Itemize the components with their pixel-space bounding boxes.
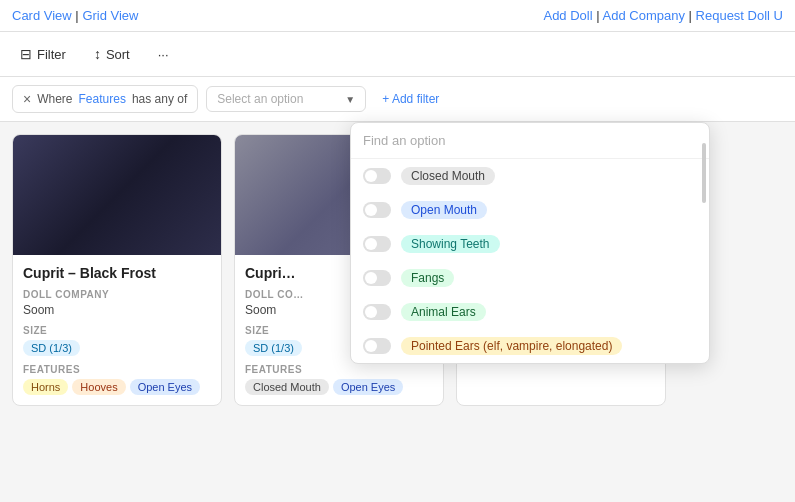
- chevron-down-icon: ▼: [345, 94, 355, 105]
- option-label-0: Closed Mouth: [401, 167, 495, 185]
- filter-tag: × Where Features has any of: [12, 85, 198, 113]
- dropdown-options: Closed Mouth Open Mouth Showing Teeth Fa…: [351, 159, 709, 363]
- dropdown-option[interactable]: Pointed Ears (elf, vampire, elongated): [351, 329, 709, 363]
- option-toggle-2[interactable]: [363, 236, 391, 252]
- nav-sep2: |: [689, 8, 692, 23]
- dropdown-option[interactable]: Closed Mouth: [351, 159, 709, 193]
- feature-tag: Hooves: [72, 379, 125, 395]
- card[interactable]: Cuprit – Black Frost DOLL COMPANY Soom S…: [12, 134, 222, 406]
- dropdown-option[interactable]: Fangs: [351, 261, 709, 295]
- filter-bar: × Where Features has any of Select an op…: [0, 77, 795, 122]
- has-any-of-label: has any of: [132, 92, 187, 106]
- features-label: FEATURES: [23, 364, 211, 375]
- features-label: FEATURES: [245, 364, 433, 375]
- option-toggle-4[interactable]: [363, 304, 391, 320]
- dropdown-option[interactable]: Open Mouth: [351, 193, 709, 227]
- company-value: Soom: [23, 303, 211, 317]
- top-nav-left: Card View | Grid View: [12, 8, 139, 23]
- option-label-3: Fangs: [401, 269, 454, 287]
- top-nav-right: Add Doll | Add Company | Request Doll U: [543, 8, 783, 23]
- feature-tag: Horns: [23, 379, 68, 395]
- card-image: [13, 135, 221, 255]
- dropdown-panel: Closed Mouth Open Mouth Showing Teeth Fa…: [350, 122, 710, 364]
- add-filter-label: + Add filter: [382, 92, 439, 106]
- size-tags: SD (1/3): [23, 340, 211, 356]
- option-toggle-0[interactable]: [363, 168, 391, 184]
- filter-close-button[interactable]: ×: [23, 91, 31, 107]
- add-company-link[interactable]: Add Company: [603, 8, 685, 23]
- filter-icon: ⊟: [20, 46, 32, 62]
- scrollbar[interactable]: [702, 143, 706, 203]
- sort-button[interactable]: ↕ Sort: [86, 42, 138, 66]
- size-tag: SD (1/3): [245, 340, 302, 356]
- company-label: DOLL COMPANY: [23, 289, 211, 300]
- nav-sep1: |: [596, 8, 599, 23]
- top-nav: Card View | Grid View Add Doll | Add Com…: [0, 0, 795, 32]
- option-label-4: Animal Ears: [401, 303, 486, 321]
- feature-tag: Closed Mouth: [245, 379, 329, 395]
- dropdown-option[interactable]: Showing Teeth: [351, 227, 709, 261]
- option-toggle-1[interactable]: [363, 202, 391, 218]
- where-label: Where: [37, 92, 72, 106]
- option-label-1: Open Mouth: [401, 201, 487, 219]
- nav-separator: |: [75, 8, 78, 23]
- sort-icon: ↕: [94, 46, 101, 62]
- dropdown-search: [351, 123, 709, 159]
- feature-tag: Open Eyes: [333, 379, 403, 395]
- features-select[interactable]: Features: [79, 92, 126, 106]
- features-tags: HornsHoovesOpen Eyes: [23, 379, 211, 395]
- sort-label: Sort: [106, 47, 130, 62]
- request-doll-link[interactable]: Request Doll U: [696, 8, 783, 23]
- card-view-link[interactable]: Card View: [12, 8, 72, 23]
- option-label-5: Pointed Ears (elf, vampire, elongated): [401, 337, 622, 355]
- features-tags: Closed MouthOpen Eyes: [245, 379, 433, 395]
- select-option-trigger[interactable]: Select an option ▼: [206, 86, 366, 112]
- feature-tag: Open Eyes: [130, 379, 200, 395]
- add-doll-link[interactable]: Add Doll: [543, 8, 592, 23]
- option-toggle-5[interactable]: [363, 338, 391, 354]
- add-filter-button[interactable]: + Add filter: [374, 87, 447, 111]
- size-tag: SD (1/3): [23, 340, 80, 356]
- option-toggle-3[interactable]: [363, 270, 391, 286]
- filter-button[interactable]: ⊟ Filter: [12, 42, 74, 66]
- select-placeholder: Select an option: [217, 92, 339, 106]
- find-option-input[interactable]: [363, 133, 697, 148]
- toolbar: ⊟ Filter ↕ Sort ···: [0, 32, 795, 77]
- grid-view-link[interactable]: Grid View: [82, 8, 138, 23]
- option-label-2: Showing Teeth: [401, 235, 500, 253]
- card-body: Cuprit – Black Frost DOLL COMPANY Soom S…: [13, 255, 221, 405]
- dropdown-option[interactable]: Animal Ears: [351, 295, 709, 329]
- filter-label: Filter: [37, 47, 66, 62]
- card-title: Cuprit – Black Frost: [23, 265, 211, 281]
- more-icon: ···: [158, 47, 169, 62]
- size-label: SIZE: [23, 325, 211, 336]
- more-button[interactable]: ···: [150, 43, 177, 66]
